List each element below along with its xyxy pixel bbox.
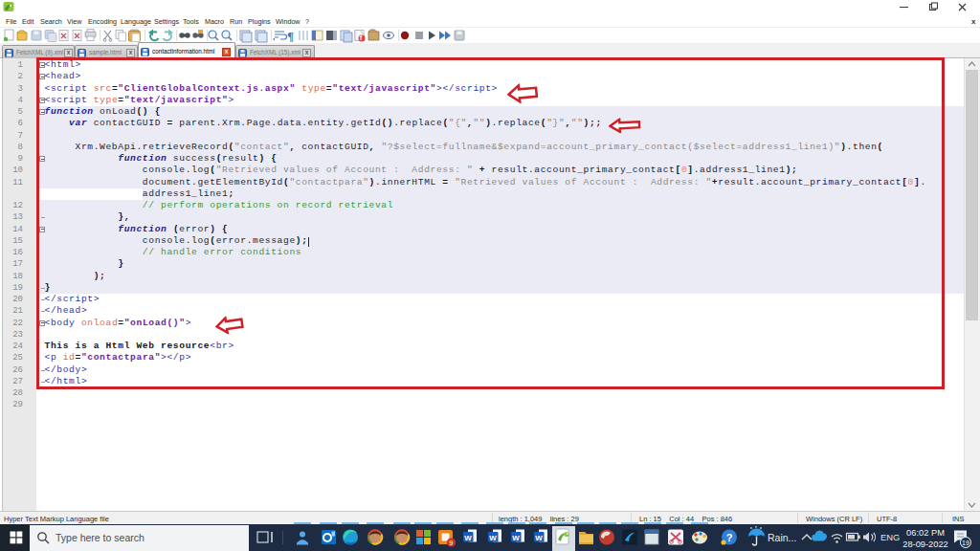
svg-text:W: W bbox=[535, 534, 543, 542]
svg-text:9: 9 bbox=[449, 540, 453, 546]
svg-text:Rain...: Rain... bbox=[768, 532, 796, 543]
svg-text:28-09-2022: 28-09-2022 bbox=[902, 540, 948, 549]
svg-text:W: W bbox=[464, 534, 472, 542]
svg-text:W: W bbox=[512, 534, 520, 542]
svg-text:19: 19 bbox=[962, 540, 969, 546]
svg-text:W: W bbox=[489, 534, 497, 542]
svg-text:Type here to search: Type here to search bbox=[56, 532, 145, 543]
svg-text:06:02 PM: 06:02 PM bbox=[906, 528, 945, 538]
svg-text:ENG: ENG bbox=[880, 533, 900, 542]
svg-text:¶: ¶ bbox=[287, 29, 294, 43]
svg-text:?: ? bbox=[726, 532, 733, 543]
